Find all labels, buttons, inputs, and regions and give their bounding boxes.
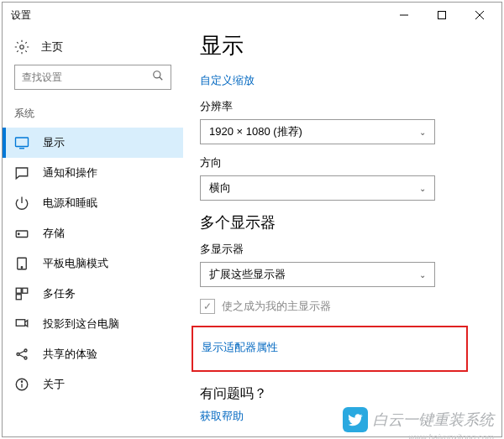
svg-rect-17 (16, 320, 25, 327)
svg-point-4 (20, 45, 24, 50)
get-help-link[interactable]: 获取帮助 (200, 410, 244, 424)
multi-monitor-label: 多显示器 (200, 243, 485, 257)
window-controls (385, 3, 498, 28)
svg-line-22 (19, 355, 24, 358)
help-heading: 有问题吗？ (200, 385, 485, 403)
window-title: 设置 (11, 8, 385, 23)
resolution-value: 1920 × 1080 (推荐) (209, 124, 302, 139)
power-icon (14, 196, 29, 211)
svg-point-19 (24, 349, 27, 352)
svg-point-18 (17, 353, 19, 356)
home-label: 主页 (41, 39, 63, 55)
multitask-icon (14, 286, 29, 301)
share-icon (14, 347, 29, 362)
sidebar-item-label: 多任务 (43, 286, 76, 301)
left-pane: 主页 系统 显示 通知和操作 电源和睡眠 (3, 28, 183, 436)
make-main-row: ✓ 使之成为我的主显示器 (200, 299, 485, 314)
project-icon (14, 316, 29, 332)
search-input[interactable] (22, 71, 152, 83)
search-icon (152, 70, 164, 85)
resolution-label: 分辨率 (200, 100, 485, 114)
sidebar-item-power[interactable]: 电源和睡眠 (3, 188, 183, 218)
chevron-down-icon: ⌄ (419, 184, 426, 193)
svg-point-20 (24, 357, 27, 359)
multi-monitor-value: 扩展这些显示器 (209, 267, 286, 282)
sidebar-item-label: 共享的体验 (43, 347, 97, 362)
sidebar-item-label: 平板电脑模式 (43, 256, 108, 271)
sidebar-item-tablet[interactable]: 平板电脑模式 (3, 248, 183, 279)
sidebar-item-label: 电源和睡眠 (43, 196, 97, 211)
multi-monitor-heading: 多个显示器 (200, 212, 485, 233)
sidebar-item-about[interactable]: 关于 (3, 369, 183, 400)
custom-scale-link[interactable]: 自定义缩放 (200, 74, 255, 88)
svg-rect-7 (16, 138, 29, 147)
sidebar-item-project[interactable]: 投影到这台电脑 (3, 309, 183, 339)
svg-rect-1 (438, 12, 445, 19)
storage-icon (14, 226, 29, 241)
sidebar-item-shared[interactable]: 共享的体验 (3, 339, 183, 369)
orientation-value: 横向 (209, 180, 231, 196)
svg-rect-16 (16, 295, 21, 300)
svg-rect-14 (16, 288, 21, 293)
svg-line-21 (19, 351, 24, 353)
sidebar-item-label: 显示 (43, 135, 65, 150)
sidebar-item-multitask[interactable]: 多任务 (3, 279, 183, 309)
svg-point-11 (18, 233, 20, 235)
svg-rect-15 (23, 288, 28, 293)
chevron-down-icon: ⌄ (419, 270, 426, 280)
page-heading: 显示 (200, 31, 485, 60)
section-label-system: 系统 (3, 102, 183, 128)
make-main-checkbox: ✓ (200, 299, 215, 314)
close-button[interactable] (460, 3, 498, 28)
orientation-select[interactable]: 横向 ⌄ (200, 175, 435, 201)
chevron-down-icon: ⌄ (419, 128, 426, 137)
gear-icon (14, 39, 29, 55)
svg-point-25 (21, 381, 22, 382)
monitor-icon (14, 135, 29, 150)
search-wrap (3, 65, 183, 102)
highlight-box: 显示适配器属性 (192, 326, 468, 372)
sidebar-item-notifications[interactable]: 通知和操作 (3, 158, 183, 188)
search-box[interactable] (14, 65, 171, 90)
home-button[interactable]: 主页 (3, 34, 183, 65)
display-adapter-link[interactable]: 显示适配器属性 (202, 341, 278, 355)
resolution-select[interactable]: 1920 × 1080 (推荐) ⌄ (200, 119, 435, 144)
orientation-label: 方向 (200, 156, 485, 170)
info-icon (14, 377, 29, 392)
svg-point-13 (21, 267, 23, 269)
maximize-button[interactable] (423, 3, 460, 28)
make-main-label: 使之成为我的主显示器 (222, 300, 331, 314)
sidebar-item-storage[interactable]: 存储 (3, 218, 183, 248)
svg-line-6 (160, 77, 163, 81)
sidebar-item-display[interactable]: 显示 (3, 128, 183, 158)
content-area: 主页 系统 显示 通知和操作 电源和睡眠 (3, 28, 501, 436)
right-pane: 显示 自定义缩放 分辨率 1920 × 1080 (推荐) ⌄ 方向 横向 ⌄ … (183, 28, 501, 436)
sidebar-item-label: 关于 (43, 377, 65, 392)
sidebar-item-label: 存储 (43, 226, 65, 241)
message-icon (14, 165, 29, 180)
titlebar: 设置 (3, 3, 501, 28)
minimize-button[interactable] (385, 3, 423, 28)
tablet-icon (14, 256, 29, 271)
svg-point-5 (154, 71, 160, 78)
multi-monitor-select[interactable]: 扩展这些显示器 ⌄ (200, 262, 435, 287)
sidebar-item-label: 投影到这台电脑 (43, 316, 119, 332)
settings-window: 设置 主页 系统 显示 (2, 2, 502, 437)
sidebar-item-label: 通知和操作 (43, 165, 97, 180)
